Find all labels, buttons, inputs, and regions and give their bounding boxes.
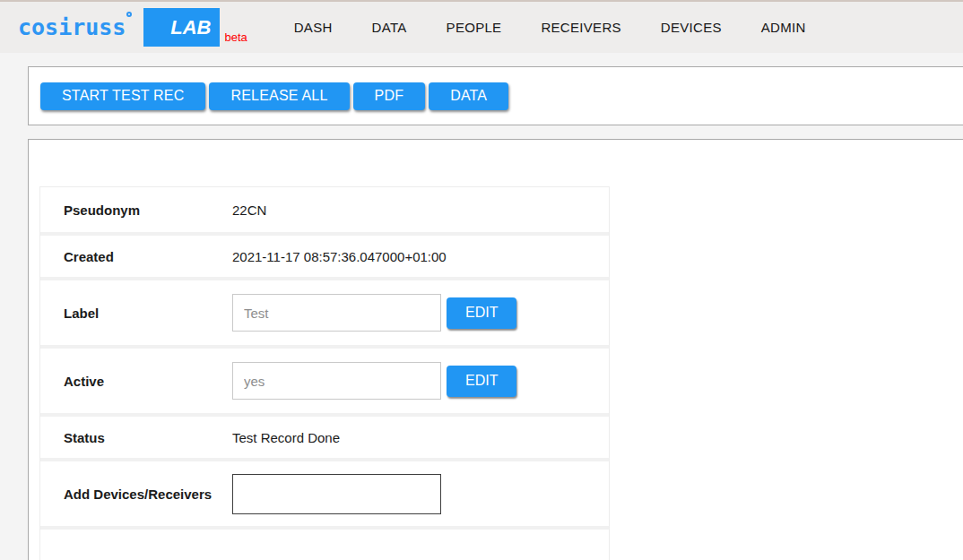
toolbar-panel: START TEST REC RELEASE ALL PDF DATA: [28, 66, 963, 125]
table-row-add-devices: Add Devices/Receivers: [40, 458, 609, 526]
table-row-label: Label EDIT: [40, 277, 609, 345]
row-label: Pseudonym: [40, 202, 232, 218]
lab-badge[interactable]: LAB: [143, 8, 220, 47]
main-nav: DASH DATA PEOPLE RECEIVERS DEVICES ADMIN: [294, 20, 806, 35]
label-input[interactable]: [232, 294, 441, 332]
row-label: Active: [40, 374, 232, 389]
nav-item-people[interactable]: PEOPLE: [447, 20, 502, 35]
nav-item-receivers[interactable]: RECEIVERS: [541, 20, 620, 35]
nav-item-devices[interactable]: DEVICES: [661, 20, 722, 35]
nav-item-dash[interactable]: DASH: [294, 20, 333, 35]
table-row-status: Status Test Record Done: [40, 413, 609, 458]
table-row-created: Created 2021-11-17 08:57:36.047000+01:00: [40, 232, 609, 277]
data-button[interactable]: DATA: [429, 82, 508, 110]
page: cosiruss LAB beta DASH DATA PEOPLE RECEI…: [0, 0, 963, 560]
detail-panel: Pseudonym 22CN Created 2021-11-17 08:57:…: [28, 139, 963, 560]
nav-item-data[interactable]: DATA: [372, 20, 407, 35]
detail-table: Pseudonym 22CN Created 2021-11-17 08:57:…: [39, 186, 610, 560]
status-value: Test Record Done: [232, 430, 340, 445]
start-test-rec-button[interactable]: START TEST REC: [40, 82, 205, 110]
app-header: cosiruss LAB beta DASH DATA PEOPLE RECEI…: [0, 0, 963, 53]
row-label: Created: [40, 249, 232, 264]
table-row-empty: [40, 526, 609, 560]
cosinuss-logo[interactable]: cosiruss: [18, 16, 132, 39]
active-input[interactable]: [232, 362, 441, 400]
table-row-pseudonym: Pseudonym 22CN: [40, 187, 609, 232]
release-all-button[interactable]: RELEASE ALL: [209, 82, 349, 110]
pdf-button[interactable]: PDF: [353, 82, 426, 110]
add-devices-receivers-input[interactable]: [232, 474, 441, 514]
row-value: 22CN: [232, 202, 266, 218]
nav-item-admin[interactable]: ADMIN: [761, 20, 806, 35]
beta-label: beta: [224, 30, 247, 44]
edit-label-button[interactable]: EDIT: [447, 297, 516, 329]
row-label: Add Devices/Receivers: [40, 487, 232, 502]
degree-icon: [126, 12, 132, 17]
row-label: Status: [40, 430, 232, 445]
logo-text: cosiruss: [18, 16, 126, 39]
table-row-active: Active EDIT: [40, 345, 609, 413]
row-label: Label: [40, 306, 232, 321]
edit-active-button[interactable]: EDIT: [447, 366, 516, 397]
row-value: 2021-11-17 08:57:36.047000+01:00: [232, 249, 447, 264]
